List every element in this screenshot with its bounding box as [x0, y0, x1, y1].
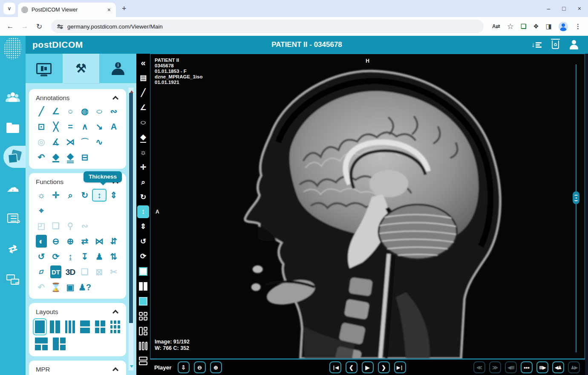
collapse-chevron-icon[interactable] [112, 367, 118, 373]
layout-1x3-button[interactable] [65, 320, 75, 333]
ruler-tool-quick[interactable]: ╱ [137, 85, 149, 100]
bookmark-star-icon[interactable]: ☆ [507, 22, 514, 31]
layout-2x2-button[interactable] [95, 320, 105, 333]
layout-1x2-quick[interactable] [137, 279, 149, 294]
ellipse-tool-quick[interactable]: ○ [137, 115, 149, 130]
rotate-ccw-button[interactable]: ↺ [34, 250, 49, 263]
side-panel-icon[interactable]: ◨ [546, 23, 552, 30]
collapse-panel-button[interactable]: « [137, 55, 149, 70]
sidebar-item-viewer[interactable] [3, 146, 26, 168]
layout-left-right2-button[interactable] [53, 338, 66, 350]
eraser-tool-quick[interactable]: ◆ [137, 130, 149, 145]
tab-tools[interactable]: ⚒ [63, 54, 100, 83]
tab-patient-info[interactable]: i [99, 54, 136, 83]
window-close-button[interactable]: × [578, 5, 581, 12]
sidebar-item-folders[interactable] [0, 118, 26, 140]
zoom-tool[interactable]: ⌕ [63, 189, 78, 202]
layout-1x3-quick[interactable] [137, 338, 149, 353]
angle-tool[interactable]: ∠ [49, 105, 63, 118]
save-image-button[interactable]: ▣ [63, 281, 78, 294]
speed-up-button[interactable]: ⊕ [210, 361, 222, 373]
browser-tab[interactable]: PostDICOM Viewer × [18, 3, 116, 17]
dicom-tags-button[interactable]: DT [50, 265, 61, 278]
report-view-button[interactable]: ▤ [137, 70, 149, 85]
parallel-lines-tool[interactable]: = [63, 120, 78, 133]
rotate-tool-quick[interactable]: ↻ [137, 190, 149, 205]
rotate-ccw-quick[interactable]: ↺ [137, 234, 149, 249]
account-icon[interactable] [569, 40, 579, 49]
address-bar[interactable]: germany.postdicom.com/Viewer/Main [51, 20, 484, 33]
closed-freehand-tool[interactable]: ⌒ [78, 136, 92, 148]
zoom-out-button[interactable]: ⊖ [49, 235, 63, 248]
cine-download-button[interactable]: ⇩ [178, 361, 190, 373]
trash-icon[interactable]: ♻ [552, 40, 559, 49]
url-text[interactable]: germany.postdicom.com/Viewer/Main [67, 23, 163, 30]
patient-help-button[interactable]: ♟? [78, 281, 92, 294]
window-level-quick[interactable]: ☼ [137, 145, 149, 160]
polyline-tool[interactable]: ∧ [78, 120, 92, 133]
play-button[interactable]: ▶ [362, 361, 374, 373]
undo-annotation-button[interactable]: ↶ [34, 151, 49, 164]
fit-height-button[interactable]: ↨ [63, 250, 78, 263]
stack-slider-thumb[interactable] [573, 191, 579, 204]
flip-vertical-tool[interactable]: ⋈ [92, 235, 107, 248]
cobb-angle-tool[interactable]: ⋊ [63, 136, 78, 148]
window-minimize-button[interactable]: – [547, 5, 551, 12]
profile-avatar[interactable] [559, 22, 568, 31]
rotate-cw-button[interactable]: ⟳ [49, 250, 63, 263]
tab-close-icon[interactable]: × [106, 6, 112, 13]
sidebar-item-upload[interactable]: ☁ ↑ [0, 176, 26, 199]
layout-1x1-quick[interactable] [137, 264, 149, 279]
angle-tool-quick[interactable]: ∠ [137, 100, 149, 115]
mirror-tool[interactable]: ⇵ [107, 235, 121, 248]
stack-slider-track[interactable] [576, 64, 576, 352]
freehand-roi-tool[interactable]: ∾ [107, 105, 121, 118]
thickness-tool[interactable]: ↕ [92, 189, 107, 202]
tab-capture-icon[interactable]: ❏ [521, 23, 526, 30]
sort-images-button[interactable]: ⇅ [107, 250, 121, 263]
image-viewport[interactable]: PATIENT II 0345678 01.01.1853 - F dzne_M… [150, 54, 585, 359]
layout-3x3-button[interactable] [110, 320, 120, 333]
open-angle-tool[interactable]: ∡ [49, 136, 63, 148]
layout-2x1-quick[interactable] [137, 353, 149, 368]
first-image-button[interactable]: ❘◀ [329, 361, 341, 373]
tag-tool[interactable]: ◊ [34, 265, 49, 278]
layout-1x2-button[interactable] [50, 320, 60, 333]
rotate-cw-quick[interactable]: ⟳ [137, 249, 149, 264]
localizer-tool[interactable]: ⌖ [34, 204, 49, 217]
sidebar-item-share-screen[interactable]: ⇄ [0, 268, 26, 291]
next-image-button[interactable]: ❯ [378, 361, 390, 373]
circle-roi-tool[interactable]: ○ [63, 105, 78, 118]
stack-scroll-tool[interactable]: ⇕ [107, 189, 121, 202]
rectangle-roi-tool[interactable]: ⊡ [34, 120, 49, 133]
tab-search-chevron-icon[interactable]: ∨ [3, 3, 15, 14]
flip-horizontal-tool[interactable]: ⇄ [78, 235, 92, 248]
layout-1x1-button[interactable] [35, 320, 45, 333]
filled-circle-roi-tool[interactable]: ◍ [78, 105, 92, 118]
rotate-tool[interactable]: ↻ [78, 189, 92, 202]
erase-all-button[interactable]: ◆ [63, 151, 78, 164]
previous-image-button[interactable]: ❮ [346, 361, 357, 373]
previous-patient-button[interactable]: ◀♟ [552, 361, 564, 373]
new-tab-button[interactable]: + [122, 4, 127, 13]
ellipse-roi-tool[interactable]: ○ [92, 105, 107, 118]
invert-tool[interactable]: ◐ [36, 235, 47, 248]
browser-menu-icon[interactable]: ⋮ [575, 23, 581, 30]
extensions-icon[interactable]: ❖ [533, 23, 539, 30]
back-button[interactable]: ← [4, 20, 16, 32]
pan-tool-quick[interactable]: ✛ [137, 160, 149, 175]
last-image-button[interactable]: ▶❘ [394, 361, 406, 373]
eraser-tool[interactable]: ◆ [49, 151, 63, 164]
stack-slider[interactable] [573, 64, 579, 352]
layout-left-right2-quick[interactable] [137, 323, 149, 338]
3d-rendering-button[interactable]: 3D [63, 265, 78, 278]
spline-curve-tool[interactable]: ∿ [92, 136, 107, 148]
reload-button[interactable]: ↻ [33, 20, 45, 32]
patient-orientation-button[interactable]: ♟ [92, 250, 107, 263]
arrow-annotation-tool[interactable]: ↘ [92, 120, 107, 133]
more-options-button[interactable]: ••• [521, 361, 533, 373]
sidebar-item-patients[interactable] [0, 87, 26, 109]
translate-icon[interactable]: A⇄ [492, 23, 500, 29]
tab-viewer-settings[interactable] [26, 54, 63, 83]
layout-top-bottom2-button[interactable] [35, 338, 48, 350]
